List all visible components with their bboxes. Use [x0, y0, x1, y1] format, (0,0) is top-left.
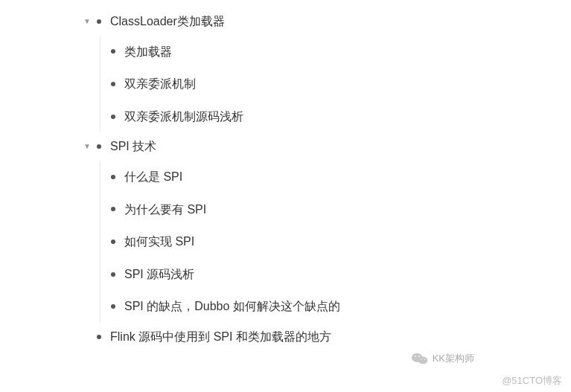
- tree-node-row[interactable]: SPI 源码浅析: [111, 258, 571, 291]
- svg-point-3: [418, 356, 420, 357]
- tree-node-row[interactable]: ▼ ClassLoader类加载器: [82, 7, 571, 36]
- tree-node-label: SPI 源码浅析: [124, 265, 194, 284]
- wechat-watermark: KK架构师: [412, 352, 474, 365]
- tree-node-label: ClassLoader类加载器: [110, 12, 225, 31]
- bullet-icon: [97, 335, 101, 339]
- tree-node: ▼ ClassLoader类加载器 类加载器 双亲委派机制 双亲委派机制源码浅析: [82, 7, 571, 132]
- bullet-icon: [111, 272, 115, 277]
- tree-node-row[interactable]: 什么是 SPI: [111, 161, 571, 193]
- tree-node: Flink 源码中使用到 SPI 和类加载器的地方: [82, 323, 571, 351]
- bullet-icon: [111, 115, 115, 119]
- wechat-label: KK架构师: [433, 352, 474, 365]
- tree-node-row[interactable]: 类加载器: [111, 36, 571, 68]
- bullet-icon: [111, 207, 115, 211]
- bullet-icon: [111, 82, 115, 86]
- tree-node-row[interactable]: 如何实现 SPI: [111, 225, 571, 258]
- caret-down-icon[interactable]: ▼: [82, 16, 92, 27]
- tree-node-row[interactable]: 双亲委派机制: [111, 68, 571, 100]
- tree-children: 什么是 SPI 为什么要有 SPI 如何实现 SPI SPI 源码浅析 SPI …: [100, 161, 571, 323]
- tree-node-label: 双亲委派机制: [124, 74, 196, 94]
- wechat-icon: [412, 352, 428, 365]
- tree-node-row[interactable]: 双亲委派机制源码浅析: [111, 100, 571, 133]
- tree-node-row[interactable]: Flink 源码中使用到 SPI 和类加载器的地方: [82, 323, 571, 351]
- tree-node-row[interactable]: ▼ SPI 技术: [82, 132, 571, 161]
- bullet-icon: [97, 19, 101, 24]
- bullet-icon: [97, 144, 101, 149]
- bullet-icon: [111, 240, 115, 244]
- tree-node-row[interactable]: 为什么要有 SPI: [111, 193, 571, 226]
- corner-watermark: @51CTO博客: [502, 374, 562, 388]
- tree-node: ▼ SPI 技术 什么是 SPI 为什么要有 SPI 如何实现 SPI SPI …: [82, 132, 571, 323]
- tree-children: 类加载器 双亲委派机制 双亲委派机制源码浅析: [100, 36, 571, 133]
- tree-node-label: 什么是 SPI: [124, 167, 182, 187]
- tree-node-label: 如何实现 SPI: [124, 232, 194, 251]
- tree-node-row[interactable]: SPI 的缺点，Dubbo 如何解决这个缺点的: [111, 290, 571, 323]
- outline-tree: ▼ ClassLoader类加载器 类加载器 双亲委派机制 双亲委派机制源码浅析…: [0, 0, 571, 351]
- tree-node-label: Flink 源码中使用到 SPI 和类加载器的地方: [110, 327, 331, 347]
- tree-node-label: SPI 技术: [110, 137, 156, 156]
- svg-point-5: [424, 359, 425, 359]
- bullet-icon: [111, 49, 115, 54]
- tree-node-label: 双亲委派机制源码浅析: [124, 107, 243, 126]
- bullet-icon: [111, 304, 115, 309]
- svg-point-2: [415, 356, 416, 357]
- tree-node-label: SPI 的缺点，Dubbo 如何解决这个缺点的: [124, 297, 340, 316]
- caret-down-icon[interactable]: ▼: [82, 141, 92, 152]
- tree-node-label: 为什么要有 SPI: [124, 200, 206, 219]
- tree-node-label: 类加载器: [124, 42, 172, 62]
- svg-point-1: [418, 357, 427, 364]
- svg-point-4: [421, 359, 421, 359]
- bullet-icon: [111, 175, 115, 179]
